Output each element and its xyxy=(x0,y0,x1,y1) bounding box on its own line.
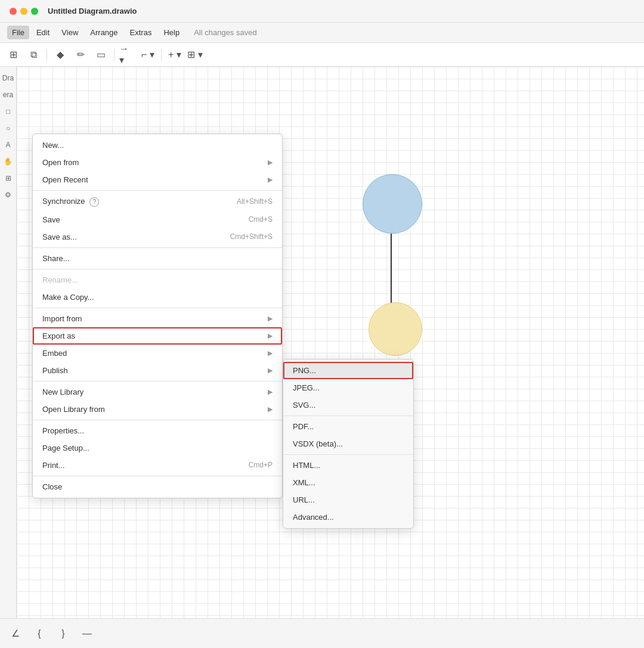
file-dropdown-menu[interactable]: New... Open from ▶ Open Recent ▶ Synchro… xyxy=(32,134,283,498)
toolbar-connection[interactable]: → ▾ xyxy=(119,46,136,63)
menu-sep-3 xyxy=(33,269,282,269)
menu-item-make-copy[interactable]: Make a Copy... xyxy=(33,289,282,306)
main-area: Dra era □ ○ A ✋ ⊞ ⚙ New... Op xyxy=(0,67,644,618)
bottom-dash-icon[interactable]: — xyxy=(79,625,95,642)
menu-edit[interactable]: Edit xyxy=(32,26,54,39)
bottom-brace-close-icon[interactable]: } xyxy=(55,625,72,642)
menu-item-new[interactable]: New... xyxy=(33,137,282,154)
toolbar-sep-3 xyxy=(161,49,162,61)
sync-help-icon: ? xyxy=(89,197,99,207)
menu-view[interactable]: View xyxy=(57,26,83,39)
sidebar-lib-icon[interactable]: ⊞ xyxy=(2,172,15,185)
menu-item-embed[interactable]: Embed ▶ xyxy=(33,345,282,362)
toolbar-waypoint[interactable]: ⌐ ▾ xyxy=(140,46,156,63)
canvas-arrow xyxy=(391,234,392,305)
left-sidebar: Dra era □ ○ A ✋ ⊞ ⚙ xyxy=(0,67,17,618)
submenu-item-jpeg[interactable]: JPEG... xyxy=(283,379,413,396)
submenu-sep-2 xyxy=(283,454,413,455)
export-submenu[interactable]: PNG... JPEG... SVG... PDF... VSDX (beta)… xyxy=(283,359,414,529)
menu-sep-7 xyxy=(33,476,282,476)
menu-sep-2 xyxy=(33,247,282,248)
menu-item-new-library[interactable]: New Library ▶ xyxy=(33,383,282,401)
menu-sep-5 xyxy=(33,381,282,382)
submenu-item-html[interactable]: HTML... xyxy=(283,457,413,474)
canvas-area[interactable]: New... Open from ▶ Open Recent ▶ Synchro… xyxy=(17,67,644,618)
menu-extras[interactable]: Extras xyxy=(125,26,157,39)
menu-item-save-as[interactable]: Save as... Cmd+Shift+S xyxy=(33,228,282,246)
title-bar: Untitled Diagram.drawio xyxy=(0,0,644,23)
menu-item-synchronize[interactable]: Synchronize ? Alt+Shift+S xyxy=(33,193,282,211)
bottom-bar: ∠ { } — xyxy=(0,618,644,648)
menu-item-publish[interactable]: Publish ▶ xyxy=(33,362,282,379)
submenu-item-advanced[interactable]: Advanced... xyxy=(283,509,413,526)
menu-item-open-recent[interactable]: Open Recent ▶ xyxy=(33,171,282,188)
menu-item-close[interactable]: Close xyxy=(33,478,282,495)
canvas-circle-yellow xyxy=(369,302,422,356)
menu-item-rename: Rename... xyxy=(33,271,282,289)
traffic-lights xyxy=(10,8,38,15)
window-title: Untitled Diagram.drawio xyxy=(48,7,137,15)
close-button[interactable] xyxy=(10,8,17,15)
sidebar-rect-icon[interactable]: □ xyxy=(2,105,15,118)
toolbar-copy[interactable]: ⧉ xyxy=(25,46,42,63)
sidebar-hand-icon[interactable]: ✋ xyxy=(2,155,15,168)
sidebar-settings-icon[interactable]: ⚙ xyxy=(2,188,15,201)
menu-overlay: New... Open from ▶ Open Recent ▶ Synchro… xyxy=(17,67,644,618)
menu-sep-4 xyxy=(33,308,282,308)
submenu-item-url[interactable]: URL... xyxy=(283,491,413,509)
menu-file[interactable]: File xyxy=(7,26,29,39)
maximize-button[interactable] xyxy=(31,8,38,15)
menu-item-print[interactable]: Print... Cmd+P xyxy=(33,457,282,474)
menu-item-export-as[interactable]: Export as ▶ xyxy=(33,327,282,345)
menu-arrange[interactable]: Arrange xyxy=(85,26,122,39)
menu-item-properties[interactable]: Properties... xyxy=(33,422,282,439)
toolbar-sep-2 xyxy=(114,49,114,61)
submenu-sep-1 xyxy=(283,416,413,416)
menu-item-open-library-from[interactable]: Open Library from ▶ xyxy=(33,401,282,418)
menu-sep-1 xyxy=(33,190,282,191)
submenu-item-png[interactable]: PNG... xyxy=(283,362,413,379)
menu-bar: File Edit View Arrange Extras Help All c… xyxy=(0,23,644,43)
toolbar-line[interactable]: ✏ xyxy=(72,46,89,63)
toolbar-pages[interactable]: ⊞ xyxy=(5,46,21,63)
sidebar-circle-icon[interactable]: ○ xyxy=(2,122,15,135)
menu-item-import-from[interactable]: Import from ▶ xyxy=(33,310,282,327)
menu-help[interactable]: Help xyxy=(159,26,184,39)
submenu-item-xml[interactable]: XML... xyxy=(283,474,413,491)
submenu-item-pdf[interactable]: PDF... xyxy=(283,418,413,435)
menu-sep-6 xyxy=(33,420,282,420)
menu-item-page-setup[interactable]: Page Setup... xyxy=(33,439,282,457)
autosave-status: All changes saved xyxy=(194,28,257,37)
canvas-circle-blue xyxy=(363,174,422,234)
sidebar-draw-icon[interactable]: Dra xyxy=(2,72,15,85)
submenu-item-svg[interactable]: SVG... xyxy=(283,396,413,414)
toolbar-fill[interactable]: ◆ xyxy=(52,46,69,63)
bottom-brace-open-icon[interactable]: { xyxy=(31,625,48,642)
menu-item-share[interactable]: Share... xyxy=(33,250,282,267)
menu-item-open-from[interactable]: Open from ▶ xyxy=(33,154,282,171)
toolbar-shape[interactable]: ▭ xyxy=(92,46,109,63)
sidebar-era-icon[interactable]: era xyxy=(2,88,15,101)
app-window: Untitled Diagram.drawio File Edit View A… xyxy=(0,0,644,648)
sidebar-text-icon[interactable]: A xyxy=(2,138,15,151)
submenu-item-vsdx[interactable]: VSDX (beta)... xyxy=(283,435,413,452)
toolbar-sep-1 xyxy=(47,49,47,61)
minimize-button[interactable] xyxy=(20,8,27,15)
toolbar-table[interactable]: ⊞ ▾ xyxy=(187,46,203,63)
toolbar: ⊞ ⧉ ◆ ✏ ▭ → ▾ ⌐ ▾ + ▾ ⊞ ▾ xyxy=(0,43,644,67)
toolbar-insert[interactable]: + ▾ xyxy=(166,46,183,63)
bottom-angle-icon[interactable]: ∠ xyxy=(7,625,24,642)
menu-item-save[interactable]: Save Cmd+S xyxy=(33,211,282,228)
